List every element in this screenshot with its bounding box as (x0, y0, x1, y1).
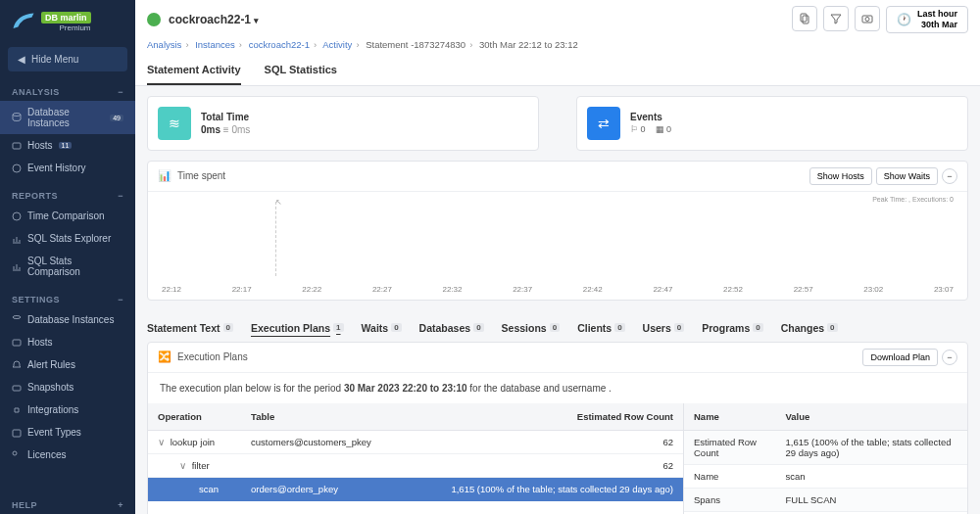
sidebar-item-sql-stats-comparison[interactable]: SQL Stats Comparison (0, 250, 135, 283)
camera-icon (12, 383, 22, 393)
sidebar-item-event-types[interactable]: Event Types (0, 421, 135, 444)
tab-waits[interactable]: Waits0 (362, 322, 402, 334)
breadcrumb-link[interactable]: cockroach22-1 (249, 39, 310, 50)
marlin-icon (10, 8, 37, 35)
sidebar-item-sql-stats-explorer[interactable]: SQL Stats Explorer (0, 227, 135, 250)
chart-area[interactable]: Peak Time: , Executions: 0 ↖ 22:1222:172… (148, 192, 967, 300)
nav-section-settings: SETTINGS− (0, 283, 135, 308)
host-icon (12, 338, 22, 348)
sidebar-item-time-comparison[interactable]: Time Comparison (0, 205, 135, 227)
plan-row-selected[interactable]: scan orders@orders_pkey 1,615 (100% of t… (148, 477, 683, 500)
card-events: ⇄ Events ⚐ 0 ▦ 0 (576, 96, 968, 151)
detail-row: SpansFULL SCAN (684, 488, 967, 511)
tree-toggle-icon[interactable]: ∨ (158, 437, 168, 447)
tab-clients[interactable]: Clients0 (577, 322, 624, 334)
section-tabs: Statement Text0 Execution Plans1 Waits0 … (147, 314, 968, 342)
brand-badge: DB marlin (41, 12, 91, 23)
svg-rect-6 (13, 386, 21, 391)
instance-selector[interactable]: cockroach22-1 ▾ (169, 13, 259, 26)
plan-row[interactable]: ∨ lookup join customers@customers_pkey 6… (148, 430, 683, 453)
show-waits-button[interactable]: Show Waits (876, 167, 938, 185)
host-icon (12, 141, 22, 151)
tab-sql-statistics[interactable]: SQL Statistics (265, 56, 337, 85)
sidebar-item-licences[interactable]: Licences (0, 444, 135, 466)
expand-icon[interactable]: + (118, 500, 123, 510)
time-range-button[interactable]: 🕐 Last hour30th Mar (886, 6, 968, 33)
svg-point-2 (13, 164, 21, 172)
plug-icon (12, 405, 22, 415)
col-value: Value (775, 403, 967, 431)
chart-meta: Peak Time: , Executions: 0 (872, 196, 954, 203)
tab-sessions[interactable]: Sessions0 (502, 322, 561, 334)
sidebar-item-settings-hosts[interactable]: Hosts (0, 331, 135, 353)
copy-button[interactable] (792, 6, 817, 31)
svg-point-4 (13, 315, 21, 318)
page-tabs: Statement Activity SQL Statistics (135, 56, 980, 86)
chart-icon (12, 261, 22, 271)
topbar: cockroach22-1 ▾ 🕐 Last hour30th Mar (135, 0, 980, 39)
detail-row: Estimated Row Count1,615 (100% of the ta… (684, 430, 967, 464)
tab-programs[interactable]: Programs0 (702, 322, 762, 334)
breadcrumb-link[interactable]: Activity (322, 39, 352, 50)
compare-icon (12, 211, 22, 221)
clock-icon: 🕐 (897, 13, 911, 26)
time-icon: ≋ (158, 107, 191, 140)
collapse-icon[interactable]: − (118, 295, 123, 304)
tab-users[interactable]: Users0 (643, 322, 685, 334)
col-operation[interactable]: Operation (148, 403, 241, 431)
sidebar-item-integrations[interactable]: Integrations (0, 398, 135, 421)
tree-toggle-icon[interactable]: ∨ (179, 460, 189, 471)
plan-detail-table: Name Value Estimated Row Count1,615 (100… (684, 403, 967, 514)
sidebar-item-event-history[interactable]: Event History (0, 157, 135, 179)
tab-changes[interactable]: Changes0 (781, 322, 838, 334)
collapse-icon[interactable]: − (118, 87, 123, 97)
breadcrumb-link[interactable]: Instances (195, 39, 235, 50)
card-stats: ⚐ 0 ▦ 0 (630, 124, 671, 134)
clock-icon (12, 164, 22, 173)
content: ≋ Total Time 0ms ≡ 0ms ⇄ Events ⚐ 0 ▦ 0 (135, 86, 980, 514)
chevron-down-icon: ▾ (254, 16, 259, 25)
col-table[interactable]: Table (241, 403, 403, 431)
detail-row: Namescan (684, 464, 967, 488)
status-shield-icon (147, 13, 161, 26)
time-spent-chart: 📊 Time spent Show Hosts Show Waits − Pea… (147, 161, 968, 301)
sidebar-item-settings-database-instances[interactable]: Database Instances (0, 308, 135, 331)
snapshot-button[interactable] (855, 6, 880, 31)
plan-description: The execution plan below is for the peri… (148, 373, 967, 403)
hide-menu-button[interactable]: ◀ Hide Menu (8, 47, 127, 71)
filter-button[interactable] (823, 6, 849, 31)
sidebar-item-alert-rules[interactable]: Alert Rules (0, 353, 135, 376)
cursor-icon: ↖ (275, 198, 282, 207)
svg-rect-1 (13, 143, 21, 149)
svg-point-0 (13, 114, 21, 117)
plan-tree-table: Operation Table Estimated Row Count ∨ lo… (148, 403, 683, 501)
tab-statement-text[interactable]: Statement Text0 (147, 322, 233, 334)
breadcrumb-current: 30th Mar 22:12 to 23:12 (479, 39, 578, 50)
collapse-button[interactable]: − (942, 350, 957, 365)
download-plan-button[interactable]: Download Plan (862, 349, 938, 366)
svg-point-8 (13, 451, 17, 455)
collapse-button[interactable]: − (942, 168, 957, 184)
logo[interactable]: DB marlin Premium (0, 0, 135, 43)
col-erc[interactable]: Estimated Row Count (403, 403, 683, 431)
sidebar-item-hosts[interactable]: Hosts 11 (0, 134, 135, 157)
tab-execution-plans[interactable]: Execution Plans1 (251, 322, 344, 334)
svg-point-12 (865, 18, 869, 22)
main: cockroach22-1 ▾ 🕐 Last hour30th Mar Anal… (135, 0, 980, 514)
sidebar-item-snapshots[interactable]: Snapshots (0, 376, 135, 398)
chart-icon (12, 234, 22, 244)
chart-icon: 📊 (158, 169, 172, 182)
show-hosts-button[interactable]: Show Hosts (809, 167, 872, 185)
count-badge: 11 (59, 142, 73, 149)
tier-label: Premium (41, 23, 91, 32)
filter-icon (830, 13, 842, 24)
tab-statement-activity[interactable]: Statement Activity (147, 56, 241, 85)
database-icon (12, 315, 22, 325)
breadcrumb: Analysis› Instances› cockroach22-1› Acti… (135, 39, 980, 56)
collapse-icon[interactable]: − (118, 191, 123, 201)
tab-databases[interactable]: Databases0 (419, 322, 484, 334)
breadcrumb-link[interactable]: Analysis (147, 39, 181, 50)
plan-row[interactable]: ∨ filter 62 (148, 453, 683, 477)
sidebar-item-database-instances[interactable]: Database Instances 49 (0, 101, 135, 134)
card-title: Events (630, 112, 671, 122)
